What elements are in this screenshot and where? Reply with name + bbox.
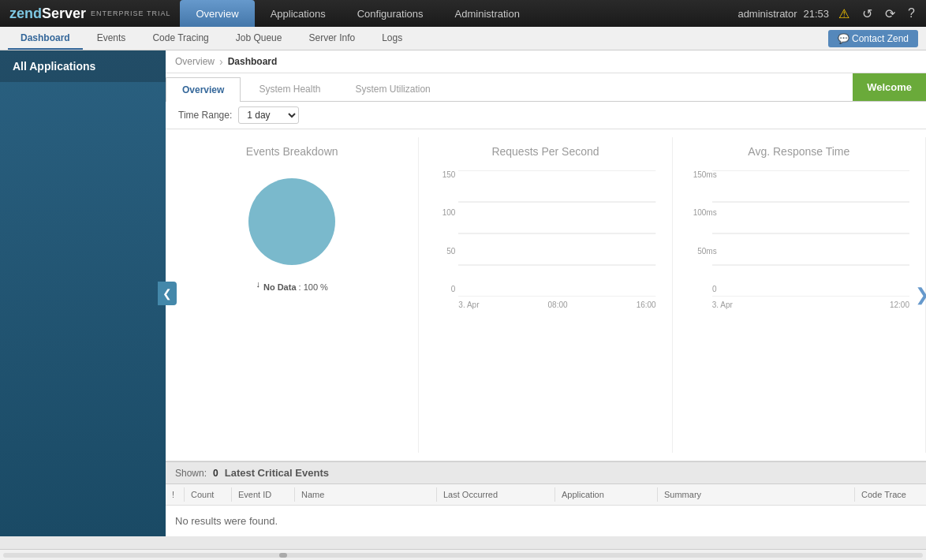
time-range-label: Time Range:	[178, 110, 232, 121]
sidebar-title: All Applications	[0, 50, 166, 82]
events-breakdown-title: Events Breakdown	[246, 145, 338, 158]
avg-response-line-chart: 150ms 100ms 50ms 0	[689, 170, 909, 309]
svg-point-0	[248, 178, 335, 265]
col-header-last-occurred: Last Occurred	[437, 487, 555, 502]
main-content: All Applications ❮ Overview › Dashboard …	[0, 50, 926, 536]
nav-items: Overview Applications Configurations Adm…	[180, 0, 730, 27]
refresh-icon[interactable]: ↺	[859, 3, 876, 24]
col-header-eventid: Event ID	[232, 487, 295, 502]
sidebar-collapse-arrow[interactable]: ❮	[158, 282, 177, 305]
col-header-code-trace: Code Trace	[855, 487, 926, 502]
nav-right: administrator 21:53 ⚠ ↺ ⟳ ?	[730, 3, 926, 24]
alert-icon[interactable]: ⚠	[835, 3, 853, 24]
tab-system-health[interactable]: System Health	[242, 77, 337, 101]
requests-x-axis: 3. Apr 08:00 16:00	[458, 301, 655, 309]
avg-response-chart-area	[712, 170, 909, 299]
breadcrumb-overview[interactable]: Overview	[175, 56, 215, 67]
col-header-application: Application	[555, 487, 658, 502]
requests-line-chart: 150 100 50 0	[435, 170, 655, 309]
logo-zend: zend	[9, 6, 42, 22]
reload-icon[interactable]: ⟳	[882, 3, 898, 24]
tab-overview[interactable]: Overview	[166, 77, 241, 102]
breadcrumb: Overview › Dashboard	[166, 50, 926, 73]
sub-nav-code-tracing[interactable]: Code Tracing	[140, 27, 221, 50]
tab-system-utilization[interactable]: System Utilization	[338, 77, 446, 101]
sub-nav-events[interactable]: Events	[84, 27, 139, 50]
requests-svg	[458, 170, 655, 297]
nav-item-configurations[interactable]: Configurations	[342, 0, 439, 27]
shown-count: 0	[213, 468, 218, 479]
no-results-message: No results were found.	[166, 506, 926, 536]
sub-nav-server-info[interactable]: Server Info	[296, 27, 368, 50]
requests-title: Requests Per Second	[491, 145, 599, 158]
requests-per-second-chart: Requests Per Second 150 100 50 0	[419, 137, 672, 453]
logo-server: Server	[42, 6, 86, 22]
sub-nav-logs[interactable]: Logs	[369, 27, 415, 50]
table-header: ! Count Event ID Name Last Occurred Appl…	[166, 484, 926, 506]
avg-response-time-chart: Avg. Response Time 150ms 100ms 50ms 0	[673, 137, 926, 453]
nav-item-applications[interactable]: Applications	[255, 0, 342, 27]
shown-label: Shown:	[175, 468, 207, 479]
col-header-bang: !	[166, 487, 185, 502]
time-range-bar: Time Range: 1 hour 1 day 7 days 30 days	[166, 102, 926, 129]
nav-item-overview[interactable]: Overview	[180, 0, 254, 27]
avg-response-title: Avg. Response Time	[748, 145, 849, 158]
sub-nav-job-queue[interactable]: Job Queue	[223, 27, 295, 50]
events-section: Shown:0 Latest Critical Events ! Count E…	[166, 461, 926, 536]
admin-username: administrator	[737, 8, 797, 20]
clock-time: 21:53	[804, 8, 830, 20]
help-icon[interactable]: ?	[905, 3, 918, 24]
col-header-count: Count	[185, 487, 232, 502]
tabs-row: Overview System Health System Utilizatio…	[166, 73, 926, 102]
pie-chart-container: ↓ No Data : 100 %	[241, 170, 343, 292]
sub-navigation: Dashboard Events Code Tracing Job Queue …	[0, 27, 926, 50]
sidebar: All Applications ❮	[0, 50, 166, 536]
sub-nav-right: 💬 Contact Zend	[828, 30, 918, 47]
events-title: Latest Critical Events	[225, 467, 329, 479]
contact-zend-button[interactable]: 💬 Contact Zend	[828, 30, 918, 47]
events-breakdown-chart: Events Breakdown ↓ No Data : 100 %	[166, 137, 419, 453]
col-header-name: Name	[295, 487, 437, 502]
content-area: Overview › Dashboard Overview System Hea…	[166, 50, 926, 536]
events-header: Shown:0 Latest Critical Events	[166, 461, 926, 484]
pie-chart-svg	[241, 170, 343, 273]
nav-item-administration[interactable]: Administration	[439, 0, 536, 27]
charts-area: ❮ Events Breakdown ↓ No Data : 100 % Req…	[166, 129, 926, 461]
pie-no-data-label: No Data : 100 %	[263, 282, 328, 292]
breadcrumb-separator: ›	[219, 55, 223, 68]
col-header-summary: Summary	[658, 487, 855, 502]
avg-response-x-axis: 3. Apr 12:00	[712, 301, 909, 309]
requests-y-axis: 150 100 50 0	[435, 170, 458, 293]
avg-response-svg	[712, 170, 909, 297]
breadcrumb-dashboard: Dashboard	[228, 56, 278, 67]
welcome-button[interactable]: Welcome	[853, 73, 926, 101]
logo-area: zendServer ENTERPRISE TRIAL	[0, 6, 180, 22]
sub-nav-dashboard[interactable]: Dashboard	[8, 27, 83, 50]
logo-trial: ENTERPRISE TRIAL	[91, 9, 170, 17]
requests-chart-area	[458, 170, 655, 299]
top-navigation: zendServer ENTERPRISE TRIAL Overview App…	[0, 0, 926, 27]
charts-next-arrow[interactable]: ❯	[912, 282, 926, 308]
time-range-select[interactable]: 1 hour 1 day 7 days 30 days	[238, 106, 299, 124]
